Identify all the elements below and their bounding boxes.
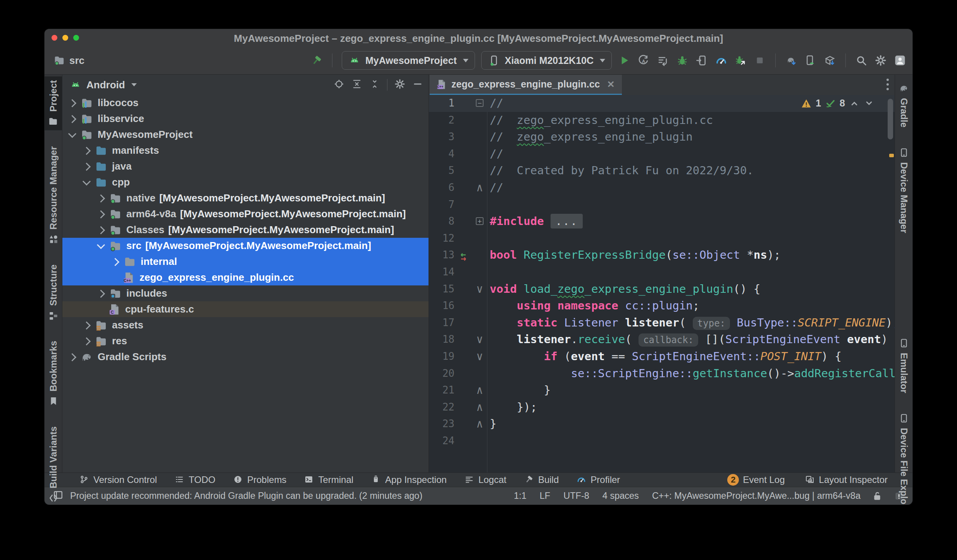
code-line-14[interactable]: 14	[429, 264, 895, 281]
code-line-6[interactable]: 6∧//	[429, 179, 895, 196]
apply-code-changes-icon[interactable]	[657, 54, 669, 67]
close-tab-icon[interactable]: ✕	[607, 79, 614, 90]
profile-low-overhead-icon[interactable]	[734, 54, 747, 67]
code-editor[interactable]: 1−//2// zego_express_engine_plugin.cc3//…	[429, 95, 895, 472]
caret-position[interactable]: 1:1	[514, 491, 527, 501]
expand-all-icon[interactable]	[351, 79, 362, 91]
title-bar[interactable]: MyAwesomeProject – zego_express_engine_p…	[45, 29, 912, 46]
avatar-icon[interactable]	[894, 54, 906, 67]
code-line-22[interactable]: 22∧ });	[429, 399, 895, 416]
indent-setting[interactable]: 4 spaces	[602, 491, 639, 501]
run-icon[interactable]	[618, 54, 630, 67]
error-stripe-mark[interactable]	[889, 154, 894, 157]
tree-row-internal[interactable]: internal	[62, 254, 429, 270]
tool-stripe-resource-manager[interactable]: Resource Manager	[48, 143, 59, 248]
tree-row-classes[interactable]: Classes[MyAwesomeProject.MyAwesomeProjec…	[62, 222, 429, 238]
tree-row-src[interactable]: src[MyAwesomeProject.MyAwesomeProject.ma…	[62, 238, 429, 254]
code-line-2[interactable]: 2// zego_express_engine_plugin.cc	[429, 112, 895, 129]
chevron-collapsed-icon[interactable]	[83, 337, 91, 345]
code-line-17[interactable]: 17 static Listener listener( type: BusTy…	[429, 314, 895, 332]
chevron-collapsed-icon[interactable]	[97, 290, 105, 298]
locate-file-icon[interactable]	[334, 79, 344, 91]
code-line-20[interactable]: 20 se::ScriptEngine::getInstance()->addR…	[429, 365, 895, 382]
code-line-23[interactable]: 23∧}	[429, 416, 895, 433]
tool-stripe-structure[interactable]: Structure	[48, 261, 59, 325]
profiler-icon[interactable]	[715, 54, 727, 67]
fold-end-icon[interactable]: ∧	[475, 416, 485, 433]
chevron-collapsed-icon[interactable]	[68, 353, 76, 361]
code-line-4[interactable]: 4//	[429, 146, 895, 163]
code-line-19[interactable]: 19∨ if (event == ScriptEngineEvent::POST…	[429, 348, 895, 365]
tool-stripe-bookmarks[interactable]: Bookmarks	[48, 337, 59, 410]
tab-zego-express-engine-plugin[interactable]: C++ zego_express_engine_plugin.cc ✕	[430, 75, 622, 95]
code-line-24[interactable]: 24	[429, 433, 895, 450]
device-manager-icon[interactable]	[804, 54, 817, 67]
chevron-collapsed-icon[interactable]	[83, 147, 91, 155]
tool-button-todo[interactable]: TODO	[175, 474, 215, 485]
status-message[interactable]: Project update recommended: Android Grad…	[70, 491, 422, 501]
tree-row-myawesomeproject[interactable]: MyAwesomeProject	[62, 127, 429, 143]
code-line-3[interactable]: 3// zego_express_engine_plugin	[429, 129, 895, 146]
fold-start-icon[interactable]: ∨	[475, 348, 485, 365]
chevron-expanded-icon[interactable]	[83, 177, 91, 186]
tree-row-res[interactable]: res	[62, 333, 429, 349]
project-view-selector[interactable]: Android	[69, 79, 137, 91]
tool-stripe-device-manager[interactable]: Device Manager	[898, 144, 909, 237]
chevron-collapsed-icon[interactable]	[68, 99, 76, 107]
editor-scrollbar[interactable]	[888, 99, 893, 139]
tree-row-cpp[interactable]: cpp	[62, 174, 429, 190]
code-line-15[interactable]: 15∨void load_zego_express_engine_plugin(…	[429, 281, 895, 298]
breadcrumb[interactable]: src	[53, 54, 84, 67]
stop-icon[interactable]	[754, 54, 766, 67]
run-configuration-selector[interactable]: MyAwesomeProject	[342, 51, 475, 70]
code-line-8[interactable]: 8+#include ...	[429, 213, 895, 230]
attach-debugger-icon[interactable]	[695, 54, 708, 67]
settings-icon[interactable]	[874, 54, 887, 67]
sdk-manager-icon[interactable]	[824, 54, 836, 67]
tree-row-gradle-scripts[interactable]: Gradle Scripts	[62, 349, 429, 365]
chevron-collapsed-icon[interactable]	[111, 258, 119, 266]
code-line-12[interactable]: 12	[429, 230, 895, 247]
tool-stripe-device-file-explorer[interactable]: Device File Explorer	[898, 409, 909, 505]
chevron-collapsed-icon[interactable]	[97, 226, 105, 234]
tool-button-app-inspection[interactable]: App Inspection	[371, 474, 447, 485]
tool-stripe-emulator[interactable]: Emulator	[898, 334, 909, 397]
tool-button-layout-inspector[interactable]: Layout Inspector	[805, 474, 888, 485]
chevron-expanded-icon[interactable]	[68, 130, 76, 138]
code-line-21[interactable]: 21∧ }	[429, 382, 895, 399]
cpp-configuration[interactable]: C++: MyAwesomeProject.MyAwe...bug | arm6…	[652, 491, 861, 501]
tool-stripe-gradle[interactable]: Gradle	[898, 79, 909, 131]
tool-button-problems[interactable]: Problems	[233, 474, 286, 485]
chevron-collapsed-icon[interactable]	[97, 194, 105, 203]
file-encoding[interactable]: UTF-8	[563, 491, 589, 501]
chevron-collapsed-icon[interactable]	[68, 115, 76, 123]
tool-stripe-project[interactable]: Project	[45, 76, 62, 130]
fold-end-icon[interactable]: ∧	[475, 399, 485, 416]
tree-row-arm64-v8a[interactable]: arm64-v8a[MyAwesomeProject.MyAwesomeProj…	[62, 206, 429, 222]
code-line-16[interactable]: 16 using namespace cc::plugin;	[429, 297, 895, 314]
tool-button-logcat[interactable]: Logcat	[465, 474, 506, 485]
tool-button-profiler[interactable]: Profiler	[577, 474, 620, 485]
inspections-widget[interactable]: 1 8	[801, 95, 874, 112]
search-icon[interactable]	[855, 54, 867, 67]
tool-button-event-log[interactable]: 2Event Log	[727, 474, 785, 486]
code-line-5[interactable]: 5// Created by Patrick Fu on 2022/9/30.	[429, 162, 895, 179]
tree-row-libservice[interactable]: libservice	[62, 111, 429, 127]
chevron-collapsed-icon[interactable]	[83, 163, 91, 171]
sync-gradle-icon[interactable]	[785, 54, 797, 67]
collapse-all-icon[interactable]	[369, 79, 380, 91]
fold-plus-icon[interactable]: +	[476, 217, 484, 225]
tool-stripe-build-variants[interactable]: Build Variants	[48, 423, 59, 505]
chevron-expanded-icon[interactable]	[97, 241, 105, 249]
tree-row-libcocos[interactable]: libcocos	[62, 95, 429, 111]
fold-minus-icon[interactable]: −	[476, 99, 484, 107]
tree-row-assets[interactable]: assets	[62, 317, 429, 333]
code-line-13[interactable]: 13bool RegisterExpressBridge(se::Object …	[429, 247, 895, 264]
fold-start-icon[interactable]: ∨	[475, 331, 485, 348]
tool-button-build[interactable]: Build	[524, 474, 559, 485]
tree-row-java[interactable]: java	[62, 158, 429, 174]
tree-row-manifests[interactable]: manifests	[62, 143, 429, 158]
tab-options-kebab-icon[interactable]	[886, 79, 889, 90]
chevron-collapsed-icon[interactable]	[97, 210, 105, 218]
fold-end-icon[interactable]: ∧	[475, 179, 485, 196]
